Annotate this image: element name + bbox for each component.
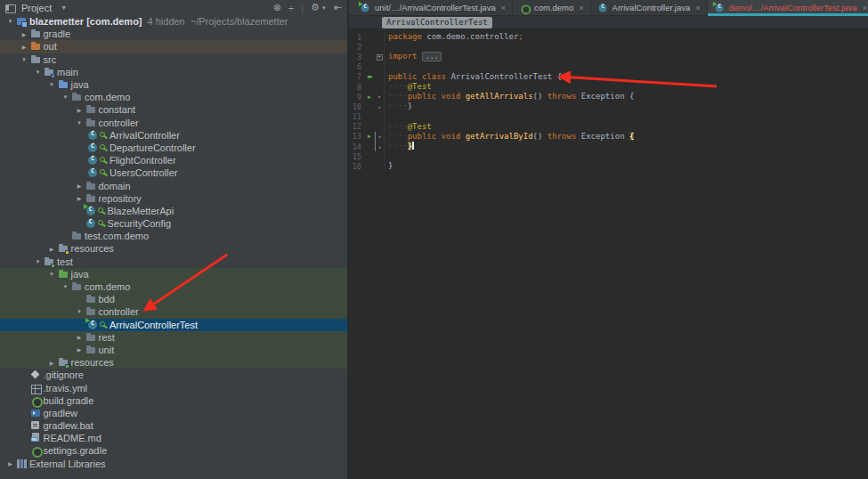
expand-arrow-icon[interactable]: ▼	[74, 120, 85, 126]
tree-item-test[interactable]: ▼test	[0, 256, 347, 268]
tree-item-repository[interactable]: ▶repository	[0, 192, 347, 205]
editor-tab-demo-arrivalcontrollertest-java[interactable]: demo/…/ArrivalControllerTest.java×	[708, 0, 868, 15]
tree-item-out[interactable]: ▶out	[0, 40, 347, 53]
run-test-icon[interactable]: ▶	[364, 133, 375, 140]
expand-arrow-icon[interactable]: ▼	[74, 309, 85, 314]
tree-item-java[interactable]: ▼java	[0, 78, 347, 91]
tree-item-departurecontroller[interactable]: DepartureController	[0, 142, 347, 154]
fold-marker-icon[interactable]: ▾	[375, 132, 384, 142]
tree-item-resources[interactable]: ▶resources	[0, 242, 347, 255]
code-line-16[interactable]: 16}	[349, 161, 868, 171]
line-number: 3	[349, 53, 364, 61]
code-line-9[interactable]: 9▶▾····public void getAllArrivals() thro…	[349, 92, 868, 101]
expand-arrow-icon[interactable]: ▶	[46, 360, 58, 366]
fold-spacer	[375, 112, 384, 122]
expand-arrow-icon[interactable]: ▼	[46, 82, 58, 87]
tree-item-gradlew-bat[interactable]: gradlew.bat	[0, 419, 347, 432]
tree-item-readme-md[interactable]: README.md	[0, 432, 347, 444]
close-icon[interactable]: ×	[579, 4, 583, 12]
tree-item-bdd[interactable]: bdd	[0, 293, 347, 305]
expand-arrow-icon[interactable]: ▼	[4, 19, 16, 24]
tree-item-blazemetterapi[interactable]: BlazeMetterApi	[0, 205, 347, 217]
tree-item-gradle[interactable]: ▶gradle	[0, 28, 347, 40]
code-text: ····public void getAllArrivals() throws …	[384, 92, 868, 101]
expand-arrow-icon[interactable]: ▶	[74, 195, 85, 201]
tree-item-rest[interactable]: ▶rest	[0, 331, 347, 344]
tree-item-com-demo[interactable]: ▼com.demo	[0, 280, 347, 293]
code-line-13[interactable]: 13▶▾····public void getArrivalById() thr…	[349, 132, 868, 142]
tree-item-arrivalcontrollertest[interactable]: ArrivalControllerTest	[0, 319, 347, 331]
expand-arrow-icon[interactable]: ▶	[46, 246, 58, 252]
tree-item-label: gradle	[44, 28, 71, 39]
expand-arrow-icon[interactable]: ▶	[19, 31, 30, 37]
editor-tab-arrivalcontroller-java[interactable]: ArrivalController.java×	[591, 0, 708, 15]
tree-item-domain[interactable]: ▶domain	[0, 179, 347, 191]
expand-arrow-icon[interactable]: ▶	[74, 183, 85, 189]
fold-marker-icon[interactable]: ▴	[375, 101, 384, 111]
tree-item-label: bdd	[99, 294, 115, 304]
chevron-down-icon[interactable]: ▼	[61, 4, 67, 11]
close-icon[interactable]: ×	[695, 4, 700, 12]
expand-arrow-icon[interactable]: ▼	[19, 57, 30, 62]
code-line-6[interactable]: 6	[349, 62, 868, 72]
tree-item-gitignore[interactable]: .gitignore	[0, 369, 347, 381]
fold-marker-icon[interactable]: +	[375, 52, 384, 61]
close-icon[interactable]: ×	[863, 4, 867, 12]
tree-item-com-demo[interactable]: ▼com.demo	[0, 91, 347, 103]
code-line-10[interactable]: 10▴····}	[349, 101, 868, 111]
expand-arrow-icon[interactable]: ▼	[60, 94, 71, 100]
fold-marker-icon[interactable]: ▴	[375, 142, 384, 151]
code-line-2[interactable]: 2	[349, 42, 868, 52]
editor-tab-unit-arrivalcontrollertest-java[interactable]: unit/…/ArrivalControllerTest.java×	[353, 0, 513, 15]
expand-arrow-icon[interactable]: ▶	[74, 107, 85, 113]
code-line-1[interactable]: 1package com.demo.controller;	[349, 32, 868, 42]
expand-arrow-icon[interactable]: ▶	[4, 460, 16, 467]
tree-item-test-com-demo[interactable]: test.com.demo	[0, 230, 347, 242]
expand-arrow-icon[interactable]: ▼	[60, 284, 71, 289]
tree-item-blazemetter-com-demo[interactable]: ▼blazemetter [com.demo]4 hidden~/Project…	[0, 15, 347, 28]
tree-item-securityconfig[interactable]: SecurityConfig	[0, 217, 347, 230]
tree-item-src[interactable]: ▼src	[0, 53, 347, 66]
tree-item-external-libraries[interactable]: ▶External Libraries	[0, 458, 347, 470]
expand-arrow-icon[interactable]: ▶	[19, 44, 30, 50]
expand-arrow-icon[interactable]: ▼	[46, 272, 58, 277]
code-line-14[interactable]: 14▴····}	[349, 142, 868, 151]
tree-item-gradlew[interactable]: gradlew	[0, 407, 347, 419]
tree-item-controller[interactable]: ▼controller	[0, 305, 347, 318]
code-line-8[interactable]: 8····@Test	[349, 82, 868, 92]
tree-item-resources[interactable]: ▶resources	[0, 356, 347, 369]
locate-icon[interactable]: ⊗	[273, 2, 281, 13]
code-line-7[interactable]: 7▶▶public class ArrivalControllerTest {	[349, 72, 868, 82]
tree-item-flightcontroller[interactable]: FlightController	[0, 154, 347, 166]
code-line-3[interactable]: 3+import ...	[349, 52, 868, 61]
expand-arrow-icon[interactable]: ▶	[74, 346, 85, 353]
tree-item-travis-yml[interactable]: .travis.yml	[0, 381, 347, 394]
tree-item-build-gradle[interactable]: build.gradle	[0, 394, 347, 407]
collapse-all-icon[interactable]: ÷	[288, 3, 294, 13]
expand-arrow-icon[interactable]: ▶	[74, 334, 85, 340]
code-editor[interactable]: 1package com.demo.controller;23+import .…	[349, 29, 868, 479]
expand-arrow-icon[interactable]: ▼	[32, 69, 44, 75]
tree-item-controller[interactable]: ▼controller	[0, 117, 347, 129]
tree-item-java[interactable]: ▼java	[0, 268, 347, 280]
project-icon	[16, 16, 28, 27]
tree-item-unit[interactable]: ▶unit	[0, 344, 347, 356]
tree-item-main[interactable]: ▼main	[0, 66, 347, 78]
code-line-11[interactable]: 11	[349, 112, 868, 122]
settings-gear-icon[interactable]: ⚙	[311, 2, 320, 13]
code-line-12[interactable]: 12····@Test	[349, 122, 868, 132]
fold-marker-icon[interactable]: ▾	[375, 92, 384, 101]
project-panel-title[interactable]: Project	[21, 3, 52, 13]
code-line-15[interactable]: 15	[349, 151, 868, 161]
close-icon[interactable]: ×	[501, 4, 506, 12]
hide-panel-icon[interactable]: ⇤	[334, 2, 342, 13]
expand-arrow-icon[interactable]: ▼	[32, 259, 44, 264]
tree-item-userscontroller[interactable]: UsersController	[0, 166, 347, 179]
run-test-icon[interactable]: ▶▶	[364, 73, 375, 80]
chevron-down-icon[interactable]: ▼	[321, 5, 327, 11]
tree-item-arrivalcontroller[interactable]: ArrivalController	[0, 129, 347, 142]
editor-tab-com-demo[interactable]: com.demo×	[513, 0, 591, 15]
run-test-icon[interactable]: ▶	[364, 93, 375, 101]
tree-item-settings-gradle[interactable]: settings.gradle	[0, 444, 347, 457]
tree-item-constant[interactable]: ▶constant	[0, 103, 347, 116]
